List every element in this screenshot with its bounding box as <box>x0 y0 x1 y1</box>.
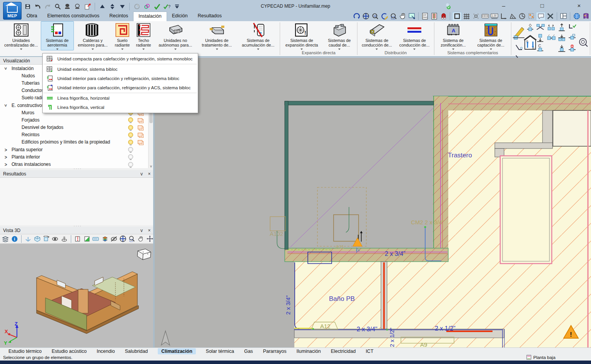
update-disabled-icon[interactable] <box>132 2 141 10</box>
node-lower-icon[interactable] <box>536 33 545 42</box>
zoom-window-icon[interactable] <box>389 12 398 20</box>
measure-3d-icon[interactable] <box>92 235 100 243</box>
tab-instalacion[interactable]: Instalación <box>133 12 167 21</box>
edit-pencil-icon[interactable] <box>512 25 525 40</box>
chevron-right-icon[interactable]: > <box>5 154 7 160</box>
layer-colors-icon[interactable] <box>101 235 109 243</box>
node-add-icon[interactable] <box>526 23 535 31</box>
ribbon-button-conduccion-agua[interactable]: Sistemas de conducción de... <box>396 21 433 50</box>
ribbon-button-calderas-emisores[interactable]: Calderas y emisores para... <box>74 21 112 50</box>
snap-grid-icon[interactable] <box>471 12 480 20</box>
app-menu-button[interactable]: MEP <box>3 2 22 20</box>
elbow-check-icon[interactable] <box>568 23 577 31</box>
menu-item-unidad-exterior[interactable]: Unidad exterior, sistema bibloc <box>43 65 198 74</box>
node-c-icon[interactable]: C <box>536 44 545 52</box>
menu-item-unidad-interior-acs[interactable]: Unidad interior para calefacción, refrig… <box>43 83 198 92</box>
origin-axes-icon[interactable] <box>499 12 508 20</box>
menu-item-linea-horizontal[interactable]: Línea frigorífica, horizontal <box>43 94 198 103</box>
collapse-panel-icon[interactable]: v <box>139 170 145 178</box>
scroll-down-icon[interactable]: v <box>149 164 153 168</box>
hide-elements-icon[interactable] <box>110 235 118 243</box>
dxf-dwg-icon[interactable]: DXFDWG <box>421 12 429 20</box>
ribbon-button-caudal-refrigerante[interactable]: Sistemas de caudal de... <box>322 21 356 50</box>
ribbon-button-sistemas-aerotermia[interactable]: Sistemas de aerotermia <box>41 21 74 50</box>
tab-salubridad[interactable]: Salubridad <box>125 349 148 354</box>
ribbon-button-conduccion-aire[interactable]: Sistemas de conducción de... <box>358 21 396 50</box>
tree-item-edificios-proximos[interactable]: Edificios próximos y límites de la propi… <box>0 139 154 146</box>
selection-options-icon[interactable] <box>527 12 536 20</box>
full-screen-icon[interactable] <box>407 12 416 20</box>
axes-icon[interactable] <box>24 235 32 243</box>
visibility-lamp-icon[interactable] <box>128 140 133 145</box>
section-red-icon[interactable] <box>74 235 82 243</box>
menu-item-unidad-compacta[interactable]: ! Unidad compacta para calefacción y ref… <box>43 54 198 63</box>
segment-insert-icon[interactable] <box>558 33 566 42</box>
print-icon[interactable] <box>63 2 72 10</box>
check-icon[interactable] <box>152 2 161 10</box>
keyboard-icon[interactable] <box>481 12 489 20</box>
chevron-down-icon[interactable]: > <box>3 67 8 69</box>
tree-item-desnivel-forjados[interactable]: Desnivel de forjados <box>0 124 154 131</box>
visibility-lamp-icon[interactable] <box>128 125 133 130</box>
visibility-lamp-icon[interactable] <box>128 162 133 167</box>
turntable-icon[interactable] <box>60 235 68 243</box>
tools-icon[interactable] <box>546 12 555 20</box>
chevron-down-icon[interactable]: > <box>3 104 8 106</box>
tab-electricidad[interactable]: Electricidad <box>331 349 356 354</box>
more-commands-icon[interactable] <box>172 2 181 10</box>
tab-solar-termica[interactable]: Solar térmica <box>206 349 234 354</box>
info-icon[interactable]: i <box>10 235 18 243</box>
save-icon[interactable] <box>23 2 32 10</box>
undo-icon[interactable] <box>33 2 42 10</box>
menu-item-linea-vertical[interactable]: Línea frigorífica, vertical <box>43 103 198 112</box>
tab-edicion[interactable]: Edición <box>167 12 193 21</box>
ribbon-button-sistemas-acumulacion[interactable]: Sistemas de acumulación de... <box>237 21 279 50</box>
move-down-icon[interactable] <box>118 2 127 10</box>
window-layout-icon[interactable] <box>559 12 568 20</box>
chevron-right-icon[interactable]: > <box>5 162 7 167</box>
regenerate-icon[interactable] <box>380 12 389 20</box>
ribbon-button-expansion-directa[interactable]: ! Sistemas de expansión directa <box>281 21 322 50</box>
resultados-panel-header[interactable]: Resultados v × <box>0 170 154 178</box>
move-view-icon[interactable] <box>146 235 154 243</box>
tab-recintos[interactable]: Recintos <box>104 12 133 21</box>
node-detach-icon[interactable] <box>536 23 545 31</box>
tab-elementos-constructivos[interactable]: Elementos constructivos <box>42 12 104 21</box>
redraw-icon[interactable] <box>352 12 361 20</box>
close-button[interactable]: × <box>574 2 584 10</box>
zoom-previous-icon[interactable]: x2 <box>371 12 379 20</box>
vista3d-panel-header[interactable]: Vista 3D v × <box>0 227 154 234</box>
plan-canvas[interactable]: x ! Trastero Baño PB A102 A11 CM2 2 x 3/… <box>155 58 591 347</box>
help-book-icon[interactable] <box>581 12 590 20</box>
zoom-extents-3d-icon[interactable] <box>119 235 127 243</box>
check-query-icon[interactable]: ? <box>162 2 171 10</box>
floor-indicator[interactable]: Planta baja <box>526 355 556 360</box>
tab-pararrayos[interactable]: Pararrayos <box>263 349 286 354</box>
minimize-button[interactable]: – <box>499 2 509 10</box>
layers-3d-icon[interactable] <box>2 235 9 243</box>
chevron-right-icon[interactable]: > <box>5 147 7 152</box>
tab-iluminacion[interactable]: Iluminación <box>297 349 321 354</box>
tab-gas[interactable]: Gas <box>244 349 253 354</box>
visibility-lamp-icon[interactable] <box>128 132 133 137</box>
nodes-join-icon[interactable] <box>547 33 556 42</box>
tab-ict[interactable]: ICT <box>366 349 373 354</box>
ribbon-button-unidades-tratamiento[interactable]: Unidades de tratamiento de... <box>197 21 237 50</box>
node-forbid-icon[interactable] <box>568 44 577 52</box>
protractor-icon[interactable] <box>518 12 526 20</box>
layers-copy-icon[interactable] <box>138 118 142 122</box>
ribbon-button-unidades-no-autonomas[interactable]: Unidades no autónomas para... <box>154 21 197 50</box>
collapse-panel-icon[interactable]: v <box>139 227 145 234</box>
stamp-icon[interactable] <box>73 2 82 10</box>
tree-item-recintos[interactable]: Recintos <box>0 131 154 139</box>
move-up-icon[interactable] <box>98 2 107 10</box>
tree-item-planta-superior[interactable]: >Planta superior <box>0 146 154 153</box>
angle-icon[interactable] <box>508 12 517 20</box>
segment-extend-icon[interactable] <box>558 44 566 52</box>
update-results-icon[interactable] <box>142 2 151 10</box>
search-icon[interactable] <box>53 2 62 10</box>
layers-copy-icon[interactable] <box>138 140 142 144</box>
orbit-eye-icon[interactable] <box>51 235 59 243</box>
ribbon-button-captacion-geotermia[interactable]: Sistemas de captación de... <box>471 21 510 50</box>
visibility-lamp-icon[interactable] <box>128 117 133 122</box>
